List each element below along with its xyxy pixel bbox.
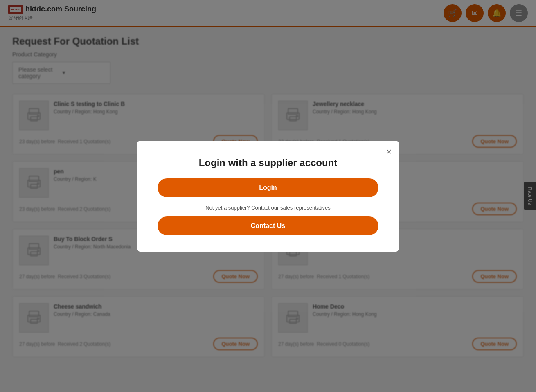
- contact-us-button[interactable]: Contact Us: [158, 216, 378, 235]
- modal-close-button[interactable]: ×: [386, 146, 392, 157]
- modal-sub-text: Not yet a supplier? Contact our sales re…: [158, 205, 378, 211]
- modal-overlay: × Login with a supplier account Login No…: [0, 0, 536, 365]
- login-button[interactable]: Login: [158, 178, 378, 197]
- login-modal: × Login with a supplier account Login No…: [137, 141, 399, 252]
- modal-title: Login with a supplier account: [158, 157, 378, 169]
